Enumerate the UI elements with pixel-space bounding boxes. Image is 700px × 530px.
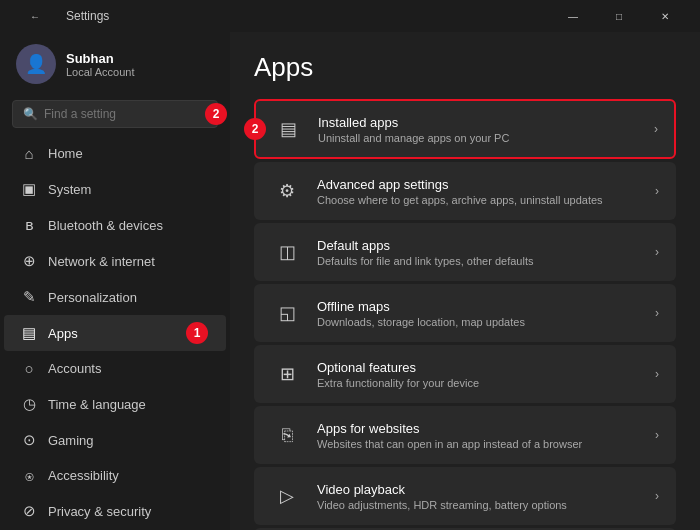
offline-maps-icon: ◱: [271, 297, 303, 329]
sidebar: 👤 Subhan Local Account 🔍 2 ⌂Home▣Systemʙ…: [0, 32, 230, 530]
sidebar-item-label-home: Home: [48, 146, 83, 161]
home-nav-icon: ⌂: [20, 145, 38, 162]
sidebar-item-label-privacy: Privacy & security: [48, 504, 151, 519]
sidebar-item-label-accessibility: Accessibility: [48, 468, 119, 483]
page-title: Apps: [254, 52, 676, 83]
sidebar-item-network[interactable]: ⊕Network & internet: [4, 243, 226, 279]
advanced-app-settings-text: Advanced app settingsChoose where to get…: [317, 177, 647, 206]
profile-account-type: Local Account: [66, 66, 135, 78]
search-box[interactable]: 🔍 2: [12, 100, 218, 128]
installed-apps-icon: ▤: [272, 113, 304, 145]
avatar: 👤: [16, 44, 56, 84]
setting-item-advanced-app-settings[interactable]: ⚙Advanced app settingsChoose where to ge…: [254, 162, 676, 220]
apps-nav-icon: ▤: [20, 324, 38, 342]
content-area: Apps 2▤Installed appsUninstall and manag…: [230, 32, 700, 530]
default-apps-icon: ◫: [271, 236, 303, 268]
title-bar-controls: — □ ✕: [550, 0, 688, 32]
sidebar-item-label-gaming: Gaming: [48, 433, 94, 448]
profile-name: Subhan: [66, 51, 135, 66]
video-playback-desc: Video adjustments, HDR streaming, batter…: [317, 499, 647, 511]
optional-features-title: Optional features: [317, 360, 647, 375]
setting-item-installed-apps[interactable]: 2▤Installed appsUninstall and manage app…: [254, 99, 676, 159]
apps-for-websites-text: Apps for websitesWebsites that can open …: [317, 421, 647, 450]
video-playback-chevron: ›: [655, 489, 659, 503]
search-badge: 2: [205, 103, 227, 125]
installed-apps-desc: Uninstall and manage apps on your PC: [318, 132, 646, 144]
time-nav-icon: ◷: [20, 395, 38, 413]
sidebar-item-label-apps: Apps: [48, 326, 78, 341]
advanced-app-settings-chevron: ›: [655, 184, 659, 198]
installed-apps-badge: 2: [244, 118, 266, 140]
sidebar-item-label-bluetooth: Bluetooth & devices: [48, 218, 163, 233]
sidebar-item-privacy[interactable]: ⊘Privacy & security: [4, 493, 226, 529]
installed-apps-text: Installed appsUninstall and manage apps …: [318, 115, 646, 144]
sidebar-item-label-personalization: Personalization: [48, 290, 137, 305]
network-nav-icon: ⊕: [20, 252, 38, 270]
optional-features-desc: Extra functionality for your device: [317, 377, 647, 389]
setting-item-video-playback[interactable]: ▷Video playbackVideo adjustments, HDR st…: [254, 467, 676, 525]
sidebar-item-personalization[interactable]: ✎Personalization: [4, 279, 226, 315]
system-nav-icon: ▣: [20, 180, 38, 198]
advanced-app-settings-icon: ⚙: [271, 175, 303, 207]
optional-features-text: Optional featuresExtra functionality for…: [317, 360, 647, 389]
search-icon: 🔍: [23, 107, 38, 121]
apps-nav-badge: 1: [186, 322, 208, 344]
main-layout: 👤 Subhan Local Account 🔍 2 ⌂Home▣Systemʙ…: [0, 32, 700, 530]
title-bar-left: ← Settings: [12, 0, 109, 32]
sidebar-item-home[interactable]: ⌂Home: [4, 136, 226, 171]
sidebar-item-label-system: System: [48, 182, 91, 197]
setting-item-offline-maps[interactable]: ◱Offline mapsDownloads, storage location…: [254, 284, 676, 342]
offline-maps-title: Offline maps: [317, 299, 647, 314]
sidebar-item-system[interactable]: ▣System: [4, 171, 226, 207]
sidebar-item-gaming[interactable]: ⊙Gaming: [4, 422, 226, 458]
apps-for-websites-icon: ⎘: [271, 419, 303, 451]
minimize-button[interactable]: —: [550, 0, 596, 32]
apps-for-websites-desc: Websites that can open in an app instead…: [317, 438, 647, 450]
sidebar-item-accounts[interactable]: ○Accounts: [4, 351, 226, 386]
default-apps-chevron: ›: [655, 245, 659, 259]
accounts-nav-icon: ○: [20, 360, 38, 377]
optional-features-icon: ⊞: [271, 358, 303, 390]
personalization-nav-icon: ✎: [20, 288, 38, 306]
default-apps-text: Default appsDefaults for file and link t…: [317, 238, 647, 267]
offline-maps-desc: Downloads, storage location, map updates: [317, 316, 647, 328]
sidebar-item-bluetooth[interactable]: ʙBluetooth & devices: [4, 207, 226, 243]
optional-features-chevron: ›: [655, 367, 659, 381]
title-bar: ← Settings — □ ✕: [0, 0, 700, 32]
installed-apps-title: Installed apps: [318, 115, 646, 130]
profile[interactable]: 👤 Subhan Local Account: [0, 32, 230, 92]
title-bar-title: Settings: [66, 9, 109, 23]
apps-for-websites-chevron: ›: [655, 428, 659, 442]
setting-item-default-apps[interactable]: ◫Default appsDefaults for file and link …: [254, 223, 676, 281]
advanced-app-settings-title: Advanced app settings: [317, 177, 647, 192]
bluetooth-nav-icon: ʙ: [20, 216, 38, 234]
installed-apps-chevron: ›: [654, 122, 658, 136]
sidebar-item-label-network: Network & internet: [48, 254, 155, 269]
default-apps-desc: Defaults for file and link types, other …: [317, 255, 647, 267]
nav-list: ⌂Home▣SystemʙBluetooth & devices⊕Network…: [0, 136, 230, 530]
apps-for-websites-title: Apps for websites: [317, 421, 647, 436]
settings-list: 2▤Installed appsUninstall and manage app…: [254, 99, 676, 530]
offline-maps-chevron: ›: [655, 306, 659, 320]
sidebar-item-label-accounts: Accounts: [48, 361, 101, 376]
video-playback-text: Video playbackVideo adjustments, HDR str…: [317, 482, 647, 511]
video-playback-title: Video playback: [317, 482, 647, 497]
setting-item-apps-for-websites[interactable]: ⎘Apps for websitesWebsites that can open…: [254, 406, 676, 464]
default-apps-title: Default apps: [317, 238, 647, 253]
sidebar-item-accessibility[interactable]: ⍟Accessibility: [4, 458, 226, 493]
back-button[interactable]: ←: [12, 0, 58, 32]
sidebar-item-apps[interactable]: ▤Apps1: [4, 315, 226, 351]
setting-item-optional-features[interactable]: ⊞Optional featuresExtra functionality fo…: [254, 345, 676, 403]
sidebar-item-time[interactable]: ◷Time & language: [4, 386, 226, 422]
search-input[interactable]: [44, 107, 207, 121]
accessibility-nav-icon: ⍟: [20, 467, 38, 484]
advanced-app-settings-desc: Choose where to get apps, archive apps, …: [317, 194, 647, 206]
gaming-nav-icon: ⊙: [20, 431, 38, 449]
sidebar-item-label-time: Time & language: [48, 397, 146, 412]
offline-maps-text: Offline mapsDownloads, storage location,…: [317, 299, 647, 328]
video-playback-icon: ▷: [271, 480, 303, 512]
close-button[interactable]: ✕: [642, 0, 688, 32]
privacy-nav-icon: ⊘: [20, 502, 38, 520]
profile-info: Subhan Local Account: [66, 51, 135, 78]
maximize-button[interactable]: □: [596, 0, 642, 32]
